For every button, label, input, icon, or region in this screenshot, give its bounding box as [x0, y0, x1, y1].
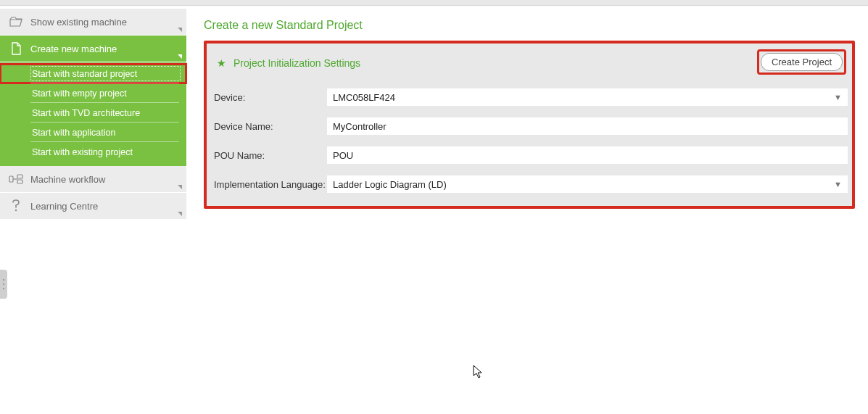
help-icon	[9, 199, 23, 213]
expand-indicator-icon	[178, 54, 182, 59]
folder-open-icon	[9, 15, 23, 29]
create-project-button[interactable]: Create Project	[761, 53, 843, 71]
nav-create-new-machine[interactable]: Create new machine	[0, 36, 186, 62]
pou-name-input[interactable]: POU	[327, 146, 848, 164]
label-device-name: Device Name:	[211, 121, 327, 132]
main-content: Create a new Standard Project ★ Project …	[186, 6, 868, 414]
create-new-machine-submenu: Start with standard project Start with e…	[0, 62, 186, 166]
expand-indicator-icon	[178, 28, 182, 32]
page-title: Create a new Standard Project	[204, 19, 855, 32]
create-project-highlight: Create Project	[757, 49, 846, 75]
sub-start-standard-project[interactable]: Start with standard project	[0, 64, 186, 83]
chevron-down-icon: ▼	[834, 180, 842, 189]
nav-label: Create new machine	[30, 44, 117, 54]
label-device: Device:	[211, 92, 327, 103]
svg-rect-2	[17, 180, 22, 183]
sidebar: Show existing machine Create new machine…	[0, 6, 186, 414]
label-pou-name: POU Name:	[211, 150, 327, 161]
sub-item-label: Start with existing project	[32, 147, 133, 157]
sub-start-with-application[interactable]: Start with application	[0, 123, 186, 142]
svg-point-5	[3, 283, 4, 285]
nav-label: Machine workflow	[30, 174, 105, 185]
device-value: LMC058LF424	[333, 92, 395, 103]
row-device-name: Device Name: MyController	[211, 112, 848, 141]
sub-item-label: Start with empty project	[32, 88, 127, 99]
star-icon: ★	[217, 57, 226, 69]
expand-indicator-icon	[178, 185, 182, 189]
impl-lang-value: Ladder Logic Diagram (LD)	[333, 179, 447, 190]
label-impl-lang: Implementation Language:	[211, 179, 327, 190]
device-dropdown[interactable]: LMC058LF424 ▼	[327, 88, 848, 106]
section-title: Project Initialization Settings	[233, 57, 360, 69]
project-init-section: ★ Project Initialization Settings Create…	[204, 41, 855, 209]
svg-point-6	[3, 288, 4, 289]
svg-point-4	[3, 279, 4, 281]
form-area: Device: LMC058LF424 ▼ Device Name: MyCon…	[207, 83, 852, 206]
nav-learning-centre[interactable]: Learning Centre	[0, 193, 186, 219]
nav-label: Learning Centre	[30, 201, 98, 212]
row-pou-name: POU Name: POU	[211, 141, 848, 170]
row-device: Device: LMC058LF424 ▼	[211, 83, 848, 112]
sub-item-label: Start with TVD architecture	[32, 108, 140, 118]
chevron-down-icon: ▼	[834, 93, 842, 102]
workflow-icon	[9, 172, 23, 186]
sub-start-existing-project[interactable]: Start with existing project	[0, 142, 186, 162]
sub-item-label: Start with standard project	[32, 69, 137, 79]
sub-start-empty-project[interactable]: Start with empty project	[0, 83, 186, 103]
sub-item-label: Start with application	[32, 128, 115, 138]
row-impl-lang: Implementation Language: Ladder Logic Di…	[211, 170, 848, 199]
impl-lang-dropdown[interactable]: Ladder Logic Diagram (LD) ▼	[327, 175, 848, 193]
document-new-icon	[9, 41, 23, 56]
nav-show-existing-machine[interactable]: Show existing machine	[0, 9, 186, 35]
device-name-value: MyController	[333, 121, 387, 132]
section-header: ★ Project Initialization Settings Create…	[207, 44, 852, 83]
device-name-input[interactable]: MyController	[327, 117, 848, 135]
sub-start-tvd-architecture[interactable]: Start with TVD architecture	[0, 103, 186, 123]
svg-rect-1	[17, 175, 22, 178]
svg-rect-0	[9, 176, 13, 182]
sidebar-collapse-handle[interactable]	[0, 270, 7, 299]
nav-machine-workflow[interactable]: Machine workflow	[0, 166, 186, 192]
expand-indicator-icon	[178, 212, 182, 216]
pou-name-value: POU	[333, 150, 353, 161]
svg-point-3	[15, 210, 17, 211]
nav-label: Show existing machine	[30, 17, 127, 28]
